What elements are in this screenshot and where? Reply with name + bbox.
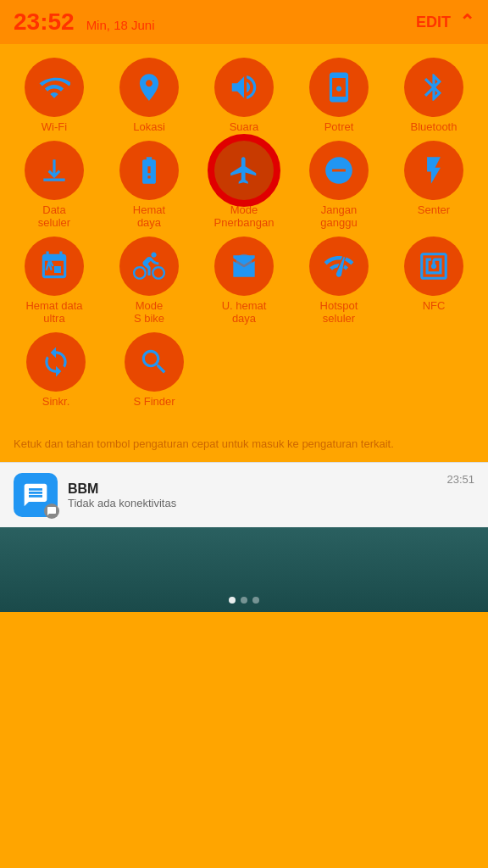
chevron-up-icon[interactable]: ⌃ bbox=[459, 11, 474, 33]
sync-icon bbox=[40, 346, 72, 378]
qs-circle-bluetooth bbox=[404, 58, 463, 117]
qs-circle-mode-s-bike bbox=[119, 236, 179, 296]
portrait-icon bbox=[323, 71, 355, 103]
status-right: EDIT ⌃ bbox=[416, 11, 474, 33]
qs-label-jangan-ganggu: Janganganggu bbox=[320, 203, 357, 230]
qs-circle-wifi bbox=[25, 58, 84, 117]
qs-label-sinkr: Sinkr. bbox=[42, 395, 70, 409]
qs-item-mode-s-bike[interactable]: ModeS bike bbox=[107, 236, 191, 326]
bike-icon bbox=[133, 250, 165, 282]
qs-circle-nfc bbox=[404, 236, 463, 296]
qs-circle-hemat-data-ultra bbox=[25, 236, 84, 296]
qs-label-hotspot-seluler: Hotspotseluler bbox=[320, 299, 358, 326]
bbm-icon bbox=[22, 481, 49, 509]
notif-app-icon bbox=[14, 473, 58, 517]
hotspot-icon bbox=[323, 250, 355, 282]
volume-icon bbox=[228, 71, 260, 103]
qs-item-mode-penerbangan[interactable]: ModePnerbangan bbox=[202, 141, 286, 230]
quick-settings-panel: Wi-Fi Lokasi Suara bbox=[0, 44, 488, 422]
qs-label-suara: Suara bbox=[230, 120, 259, 134]
tip-text: Ketuk dan tahan tombol pengaturan cepat … bbox=[14, 437, 394, 450]
qs-label-bluetooth: Bluetooth bbox=[411, 120, 458, 134]
qs-item-hotspot-seluler[interactable]: Hotspotseluler bbox=[297, 236, 381, 326]
qs-circle-suara bbox=[214, 58, 274, 117]
qs-circle-sinkr bbox=[26, 332, 86, 392]
tip-section: Ketuk dan tahan tombol pengaturan cepat … bbox=[0, 426, 488, 463]
qs-label-hemat-data-ultra: Hemat dataultra bbox=[25, 299, 82, 326]
flight-icon bbox=[228, 154, 260, 186]
edit-button[interactable]: EDIT bbox=[416, 14, 451, 31]
dnd-icon bbox=[323, 154, 355, 186]
qs-label-u-hemat-daya: U. hematdaya bbox=[222, 299, 267, 326]
hemat-data-icon bbox=[38, 250, 70, 282]
qs-label-mode-s-bike: ModeS bike bbox=[134, 299, 164, 326]
qs-item-jangan-ganggu[interactable]: Janganganggu bbox=[297, 141, 381, 230]
qs-label-nfc: NFC bbox=[423, 299, 446, 313]
badge-icon bbox=[47, 506, 57, 516]
qs-label-hemat-daya: Hematdaya bbox=[133, 203, 165, 230]
notif-message: Tidak ada konektivitas bbox=[68, 497, 446, 509]
qs-item-wifi[interactable]: Wi-Fi bbox=[12, 58, 97, 134]
nav-dot-3 bbox=[252, 597, 259, 604]
status-time: 23:52 bbox=[14, 8, 75, 36]
qs-row-4: Sinkr. S Finder bbox=[7, 332, 481, 409]
data-icon bbox=[38, 154, 70, 186]
notif-time: 23:51 bbox=[446, 473, 474, 486]
qs-label-senter: Senter bbox=[418, 203, 450, 217]
qs-circle-u-hemat-daya bbox=[214, 236, 274, 296]
qs-circle-s-finder bbox=[125, 332, 184, 392]
nfc-icon bbox=[418, 250, 450, 282]
status-date: Min, 18 Juni bbox=[86, 18, 155, 32]
qs-item-lokasi[interactable]: Lokasi bbox=[107, 58, 191, 134]
qs-label-wifi: Wi-Fi bbox=[42, 120, 67, 134]
qs-label-mode-penerbangan: ModePnerbangan bbox=[214, 203, 274, 230]
u-hemat-icon bbox=[228, 250, 260, 282]
nav-dot-1 bbox=[229, 597, 236, 604]
nav-dot-2 bbox=[241, 597, 247, 604]
location-icon bbox=[133, 71, 165, 103]
qs-item-potret[interactable]: Potret bbox=[297, 58, 381, 134]
notif-badge bbox=[44, 504, 59, 519]
qs-circle-hemat-daya bbox=[119, 141, 179, 200]
qs-item-senter[interactable]: Senter bbox=[391, 141, 476, 230]
finder-icon bbox=[138, 346, 170, 378]
status-bar: 23:52 Min, 18 Juni EDIT ⌃ bbox=[0, 0, 488, 44]
qs-label-data-seluler: Dataseluler bbox=[38, 203, 70, 230]
qs-circle-hotspot-seluler bbox=[309, 236, 369, 296]
flashlight-icon bbox=[418, 154, 450, 186]
qs-item-s-finder[interactable]: S Finder bbox=[112, 332, 197, 409]
notif-app-name: BBM bbox=[68, 481, 446, 497]
qs-item-hemat-data-ultra[interactable]: Hemat dataultra bbox=[12, 236, 97, 326]
qs-row-3: Hemat dataultra ModeS bike U. hematdaya bbox=[7, 236, 481, 326]
qs-circle-senter bbox=[404, 141, 463, 200]
qs-circle-mode-penerbangan bbox=[214, 141, 274, 200]
bg-area bbox=[0, 527, 488, 612]
qs-item-data-seluler[interactable]: Dataseluler bbox=[12, 141, 97, 230]
qs-label-potret: Potret bbox=[324, 120, 354, 134]
qs-item-hemat-daya[interactable]: Hematdaya bbox=[107, 141, 191, 230]
qs-circle-potret bbox=[309, 58, 369, 117]
qs-item-suara[interactable]: Suara bbox=[202, 58, 286, 134]
notification-panel[interactable]: BBM Tidak ada konektivitas 23:51 bbox=[0, 462, 488, 527]
qs-item-u-hemat-daya[interactable]: U. hematdaya bbox=[202, 236, 286, 326]
qs-circle-data-seluler bbox=[25, 141, 84, 200]
battery-icon bbox=[133, 154, 165, 186]
qs-item-nfc[interactable]: NFC bbox=[391, 236, 476, 326]
qs-circle-jangan-ganggu bbox=[309, 141, 369, 200]
qs-row-2: Dataseluler Hematdaya ModePnerbangan bbox=[7, 141, 481, 230]
bluetooth-icon bbox=[418, 71, 450, 103]
qs-circle-lokasi bbox=[119, 58, 179, 117]
qs-label-lokasi: Lokasi bbox=[133, 120, 165, 134]
nav-dots bbox=[229, 597, 259, 604]
qs-label-s-finder: S Finder bbox=[133, 395, 175, 409]
qs-row-1: Wi-Fi Lokasi Suara bbox=[7, 58, 481, 134]
qs-item-sinkr[interactable]: Sinkr. bbox=[14, 332, 98, 409]
qs-item-bluetooth[interactable]: Bluetooth bbox=[391, 58, 476, 134]
wifi-icon bbox=[38, 71, 70, 103]
notif-content: BBM Tidak ada konektivitas bbox=[68, 481, 446, 509]
